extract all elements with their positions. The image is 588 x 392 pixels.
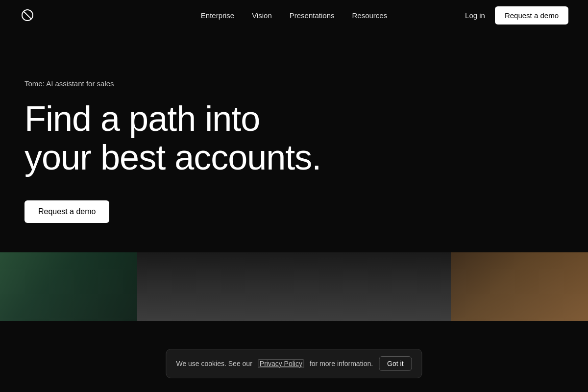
logo[interactable] — [20, 7, 35, 23]
hero-title-line1: Find a path into — [24, 99, 260, 138]
image-right — [451, 252, 588, 321]
hero-eyebrow: Tome: AI assistant for sales — [24, 79, 564, 88]
hero-title-line2: your best accounts. — [24, 138, 321, 177]
nav-enterprise[interactable]: Enterprise — [201, 11, 234, 20]
cookie-message-prefix: We use cookies. See our — [176, 360, 252, 368]
cookie-banner: We use cookies. See our Privacy Policy f… — [166, 349, 422, 378]
nav-vision[interactable]: Vision — [252, 11, 272, 20]
nav-presentations[interactable]: Presentations — [290, 11, 335, 20]
image-center — [137, 252, 451, 321]
hero-request-demo-button[interactable]: Request a demo — [24, 200, 109, 223]
image-left — [0, 252, 137, 321]
hero-title: Find a path into your best accounts. — [24, 99, 564, 177]
navbar: Enterprise Vision Presentations Resource… — [0, 0, 588, 30]
nav-links: Enterprise Vision Presentations Resource… — [201, 11, 387, 20]
hero-image-bg — [0, 252, 588, 321]
cookie-message-suffix: for more information. — [310, 360, 373, 368]
logo-icon — [20, 7, 35, 23]
login-link[interactable]: Log in — [465, 11, 485, 20]
hero-image-section — [0, 252, 588, 321]
nav-actions: Log in Request a demo — [465, 6, 568, 24]
nav-resources[interactable]: Resources — [352, 11, 388, 20]
cookie-got-it-button[interactable]: Got it — [379, 356, 412, 371]
hero-section: Tome: AI assistant for sales Find a path… — [0, 30, 588, 252]
nav-request-demo-button[interactable]: Request a demo — [495, 6, 568, 24]
privacy-policy-link[interactable]: Privacy Policy — [258, 359, 304, 368]
